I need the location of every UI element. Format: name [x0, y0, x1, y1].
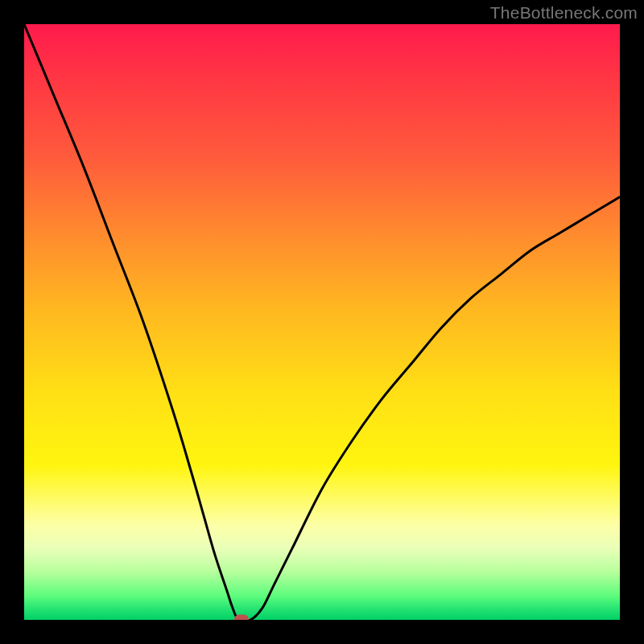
- plot-area: [24, 24, 620, 620]
- bottleneck-curve: [24, 24, 620, 620]
- minimum-marker: [234, 615, 249, 621]
- curve-path: [24, 24, 620, 620]
- watermark-text: TheBottleneck.com: [490, 3, 638, 23]
- chart-frame: TheBottleneck.com: [0, 0, 644, 644]
